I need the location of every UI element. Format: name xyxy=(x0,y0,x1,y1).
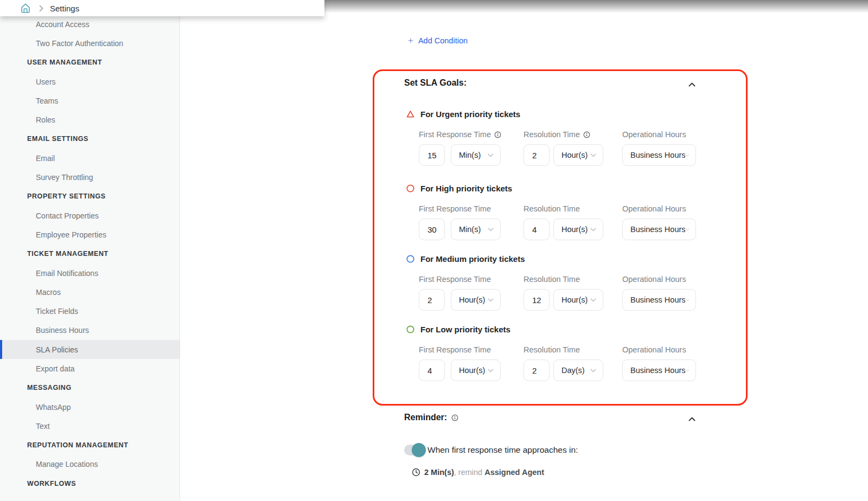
sidebar-item-teams[interactable]: Teams xyxy=(0,91,180,110)
chevron-down-icon xyxy=(488,369,494,372)
info-icon[interactable] xyxy=(451,414,458,421)
operational-hours-select[interactable]: Business Hours xyxy=(622,289,696,311)
first-response-unit-select[interactable]: Min(s) xyxy=(451,219,501,240)
selected-operational-hours: Business Hours xyxy=(630,366,686,375)
clock-icon xyxy=(412,468,420,477)
breadcrumb-current-page: Settings xyxy=(50,4,79,13)
sidebar-section-email-settings: EMAIL SETTINGS xyxy=(0,130,180,149)
label-text: First Response Time xyxy=(419,130,491,139)
sidebar-section-user-management: USER MANAGEMENT xyxy=(0,53,180,72)
operational-hours-label: Operational Hours xyxy=(622,275,686,284)
operational-hours-select[interactable]: Business Hours xyxy=(622,219,696,240)
first-response-reminder-toggle[interactable] xyxy=(404,445,425,455)
first-response-unit-select[interactable]: Hour(s) xyxy=(451,359,501,381)
resolution-value-input[interactable] xyxy=(524,151,549,160)
sidebar-item-business-hours[interactable]: Business Hours xyxy=(0,321,180,340)
sla-goals-collapse-button[interactable] xyxy=(686,80,698,89)
first-response-value-input[interactable] xyxy=(419,296,444,305)
selected-unit: Min(s) xyxy=(459,225,481,234)
high-circle-icon xyxy=(406,184,414,192)
sidebar-item-email[interactable]: Email xyxy=(0,149,180,168)
add-condition-button[interactable]: + Add Condition xyxy=(408,36,468,45)
first-response-value-box xyxy=(419,219,445,240)
sidebar-item-export-data[interactable]: Export data xyxy=(0,359,180,378)
sidebar-item-survey-throttling[interactable]: Survey Throttling xyxy=(0,168,180,187)
resolution-value-input[interactable] xyxy=(524,225,549,234)
chevron-up-icon xyxy=(688,82,695,87)
reminder-detail-row: 2 Min(s), remind Assigned Agent xyxy=(412,468,544,477)
toggle-knob xyxy=(412,443,426,457)
resolution-value-box xyxy=(524,289,550,311)
breadcrumb-chevron-icon xyxy=(39,5,43,12)
info-icon[interactable] xyxy=(583,131,590,138)
first-response-unit-select[interactable]: Min(s) xyxy=(451,144,501,166)
first-response-value-box xyxy=(419,359,445,381)
plus-icon: + xyxy=(408,37,413,44)
sla-group-title: For High priority tickets xyxy=(420,184,512,193)
sla-group-medium-header: For Medium priority tickets xyxy=(406,252,732,265)
resolution-unit-select[interactable]: Hour(s) xyxy=(553,144,603,166)
operational-hours-select[interactable]: Business Hours xyxy=(622,359,696,381)
home-icon[interactable] xyxy=(20,2,31,14)
reminder-title: Reminder: xyxy=(404,413,458,422)
sidebar-item-roles[interactable]: Roles xyxy=(0,110,180,129)
add-condition-label: Add Condition xyxy=(418,36,468,45)
sla-group-high-header: For High priority tickets xyxy=(406,182,732,195)
sidebar-item-whatsapp[interactable]: WhatsApp xyxy=(0,397,180,416)
reminder-agent-value: Assigned Agent xyxy=(484,468,544,477)
sla-group-high: For High priority tickets First Response… xyxy=(406,182,732,247)
first-response-value-input[interactable] xyxy=(419,366,444,375)
chevron-down-icon xyxy=(488,228,494,232)
first-response-time-label: First Response Time xyxy=(419,345,491,354)
sidebar-item-email-notifications[interactable]: Email Notifications xyxy=(0,264,180,282)
resolution-value-input[interactable] xyxy=(524,296,549,305)
first-response-time-label: First Response Time xyxy=(419,204,491,213)
sidebar-item-account-access[interactable]: Account Access xyxy=(0,15,180,34)
settings-sidebar: Account AccessTwo Factor AuthenticationU… xyxy=(0,0,180,501)
chevron-up-icon xyxy=(688,417,695,421)
sidebar-item-ticket-fields[interactable]: Ticket Fields xyxy=(0,301,180,320)
resolution-time-label: Resolution Time xyxy=(524,345,580,354)
reminder-time-value: 2 Min(s) xyxy=(424,468,454,477)
selected-operational-hours: Business Hours xyxy=(630,296,686,304)
info-icon[interactable] xyxy=(494,131,501,138)
sla-group-low-header: For Low priority tickets xyxy=(406,323,732,336)
first-response-value-input[interactable] xyxy=(419,151,444,160)
sla-group-urgent-header: For Urgent priority tickets xyxy=(406,107,732,120)
sla-policy-content: + Add Condition Set SLA Goals: For Urgen… xyxy=(180,0,868,501)
sidebar-item-sla-policies[interactable]: SLA Policies xyxy=(0,340,180,359)
operational-hours-select[interactable]: Business Hours xyxy=(622,144,696,166)
sidebar-item-text[interactable]: Text xyxy=(0,416,180,435)
resolution-value-box xyxy=(524,219,550,240)
chevron-down-icon xyxy=(590,153,596,157)
selected-operational-hours: Business Hours xyxy=(630,151,686,159)
chevron-down-icon xyxy=(686,298,689,302)
breadcrumb-bar: Settings xyxy=(0,0,324,16)
reminder-collapse-button[interactable] xyxy=(686,414,698,424)
sla-group-title: For Medium priority tickets xyxy=(420,254,525,264)
sidebar-item-manage-locations[interactable]: Manage Locations xyxy=(0,455,180,474)
sidebar-section-reputation-management: REPUTATION MANAGEMENT xyxy=(0,436,180,455)
resolution-unit-select[interactable]: Hour(s) xyxy=(553,289,603,311)
first-response-time-label: First Response Time xyxy=(419,275,491,284)
resolution-value-box xyxy=(524,144,550,166)
chevron-down-icon xyxy=(686,369,689,372)
selected-unit: Hour(s) xyxy=(561,151,588,159)
selected-unit: Day(s) xyxy=(561,366,585,375)
sidebar-item-employee-properties[interactable]: Employee Properties xyxy=(0,225,180,244)
first-response-value-box xyxy=(419,144,445,166)
resolution-time-label: Resolution Time xyxy=(524,204,580,213)
sidebar-item-two-factor-authentication[interactable]: Two Factor Authentication xyxy=(0,34,180,53)
sidebar-item-macros[interactable]: Macros xyxy=(0,282,180,301)
resolution-value-input[interactable] xyxy=(524,366,549,375)
sidebar-item-contact-properties[interactable]: Contact Properties xyxy=(0,206,180,225)
sidebar-item-users[interactable]: Users xyxy=(0,72,180,91)
resolution-unit-select[interactable]: Hour(s) xyxy=(553,219,603,240)
chevron-down-icon xyxy=(686,153,689,157)
sla-goals-title: Set SLA Goals: xyxy=(404,78,467,88)
first-response-value-input[interactable] xyxy=(419,225,444,234)
first-response-unit-select[interactable]: Hour(s) xyxy=(451,289,501,311)
resolution-unit-select[interactable]: Day(s) xyxy=(553,359,603,381)
chevron-down-icon xyxy=(590,369,596,372)
sla-group-urgent: For Urgent priority tickets First Respon… xyxy=(406,107,732,172)
